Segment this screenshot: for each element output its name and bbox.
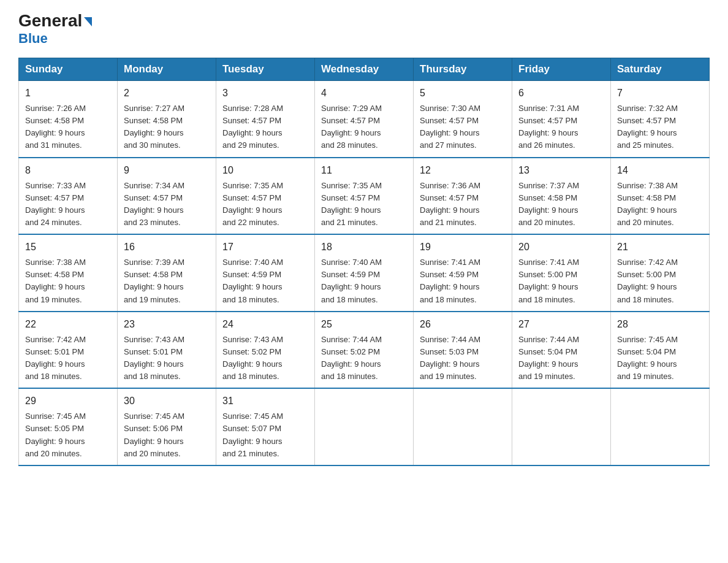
day-number: 14 bbox=[617, 163, 703, 178]
calendar-day-cell: 6Sunrise: 7:31 AMSunset: 4:57 PMDaylight… bbox=[512, 81, 611, 158]
day-number: 8 bbox=[25, 163, 111, 178]
day-info: Sunrise: 7:27 AMSunset: 4:58 PMDaylight:… bbox=[124, 102, 210, 152]
day-number: 30 bbox=[124, 394, 210, 408]
calendar-day-cell: 3Sunrise: 7:28 AMSunset: 4:57 PMDaylight… bbox=[216, 81, 315, 158]
day-info: Sunrise: 7:38 AMSunset: 4:58 PMDaylight:… bbox=[617, 180, 703, 229]
day-number: 6 bbox=[518, 86, 604, 101]
day-of-week-header: Friday bbox=[512, 58, 611, 81]
calendar-day-cell: 28Sunrise: 7:45 AMSunset: 5:04 PMDayligh… bbox=[611, 312, 710, 389]
calendar-day-cell: 26Sunrise: 7:44 AMSunset: 5:03 PMDayligh… bbox=[414, 312, 512, 389]
day-number: 5 bbox=[420, 86, 506, 101]
day-number: 1 bbox=[25, 86, 111, 101]
day-info: Sunrise: 7:40 AMSunset: 4:59 PMDaylight:… bbox=[222, 256, 308, 306]
calendar-week-row: 1Sunrise: 7:26 AMSunset: 4:58 PMDaylight… bbox=[19, 81, 710, 158]
day-number: 4 bbox=[321, 86, 407, 101]
calendar-week-row: 22Sunrise: 7:42 AMSunset: 5:01 PMDayligh… bbox=[19, 312, 710, 389]
logo: General Blue bbox=[18, 12, 92, 47]
calendar-day-cell: 2Sunrise: 7:27 AMSunset: 4:58 PMDaylight… bbox=[118, 81, 216, 158]
day-number: 19 bbox=[420, 240, 506, 255]
day-of-week-header: Saturday bbox=[611, 58, 710, 81]
day-info: Sunrise: 7:44 AMSunset: 5:04 PMDaylight:… bbox=[518, 334, 604, 383]
calendar-day-cell: 16Sunrise: 7:39 AMSunset: 4:58 PMDayligh… bbox=[118, 234, 216, 312]
calendar-day-cell: 10Sunrise: 7:35 AMSunset: 4:57 PMDayligh… bbox=[216, 158, 315, 235]
calendar-day-cell: 25Sunrise: 7:44 AMSunset: 5:02 PMDayligh… bbox=[315, 312, 414, 389]
calendar-day-cell: 14Sunrise: 7:38 AMSunset: 4:58 PMDayligh… bbox=[611, 158, 710, 235]
day-info: Sunrise: 7:38 AMSunset: 4:58 PMDaylight:… bbox=[25, 256, 111, 306]
calendar-day-cell: 13Sunrise: 7:37 AMSunset: 4:58 PMDayligh… bbox=[512, 158, 611, 235]
calendar-day-cell: 20Sunrise: 7:41 AMSunset: 5:00 PMDayligh… bbox=[512, 234, 611, 312]
day-info: Sunrise: 7:35 AMSunset: 4:57 PMDaylight:… bbox=[222, 180, 308, 229]
day-info: Sunrise: 7:44 AMSunset: 5:02 PMDaylight:… bbox=[321, 334, 407, 383]
day-info: Sunrise: 7:31 AMSunset: 4:57 PMDaylight:… bbox=[518, 102, 604, 152]
calendar-day-cell: 11Sunrise: 7:35 AMSunset: 4:57 PMDayligh… bbox=[315, 158, 414, 235]
day-number: 23 bbox=[124, 317, 210, 332]
day-number: 20 bbox=[518, 240, 604, 255]
day-number: 15 bbox=[25, 240, 111, 255]
day-number: 13 bbox=[518, 163, 604, 178]
calendar-day-cell: 5Sunrise: 7:30 AMSunset: 4:57 PMDaylight… bbox=[414, 81, 512, 158]
day-info: Sunrise: 7:45 AMSunset: 5:04 PMDaylight:… bbox=[617, 334, 703, 383]
day-number: 26 bbox=[420, 317, 506, 332]
day-number: 18 bbox=[321, 240, 407, 255]
calendar-day-cell bbox=[315, 388, 414, 465]
day-info: Sunrise: 7:41 AMSunset: 4:59 PMDaylight:… bbox=[420, 256, 506, 306]
calendar-week-row: 15Sunrise: 7:38 AMSunset: 4:58 PMDayligh… bbox=[19, 234, 710, 312]
day-info: Sunrise: 7:33 AMSunset: 4:57 PMDaylight:… bbox=[25, 180, 111, 229]
calendar-day-cell: 21Sunrise: 7:42 AMSunset: 5:00 PMDayligh… bbox=[611, 234, 710, 312]
calendar-day-cell: 8Sunrise: 7:33 AMSunset: 4:57 PMDaylight… bbox=[19, 158, 118, 235]
day-info: Sunrise: 7:28 AMSunset: 4:57 PMDaylight:… bbox=[222, 102, 308, 152]
day-of-week-header: Thursday bbox=[414, 58, 512, 81]
calendar-day-cell: 17Sunrise: 7:40 AMSunset: 4:59 PMDayligh… bbox=[216, 234, 315, 312]
calendar-day-cell: 27Sunrise: 7:44 AMSunset: 5:04 PMDayligh… bbox=[512, 312, 611, 389]
page-header: General Blue bbox=[18, 12, 710, 47]
day-number: 12 bbox=[420, 163, 506, 178]
calendar-day-cell: 1Sunrise: 7:26 AMSunset: 4:58 PMDaylight… bbox=[19, 81, 118, 158]
calendar-table: SundayMondayTuesdayWednesdayThursdayFrid… bbox=[18, 58, 710, 466]
logo-general: General bbox=[18, 12, 92, 29]
day-number: 27 bbox=[518, 317, 604, 332]
day-number: 28 bbox=[617, 317, 703, 332]
day-number: 7 bbox=[617, 86, 703, 101]
day-number: 22 bbox=[25, 317, 111, 332]
day-info: Sunrise: 7:34 AMSunset: 4:57 PMDaylight:… bbox=[124, 180, 210, 229]
day-of-week-header: Tuesday bbox=[216, 58, 315, 81]
day-number: 16 bbox=[124, 240, 210, 255]
day-number: 2 bbox=[124, 86, 210, 101]
day-info: Sunrise: 7:30 AMSunset: 4:57 PMDaylight:… bbox=[420, 102, 506, 152]
day-info: Sunrise: 7:42 AMSunset: 5:01 PMDaylight:… bbox=[25, 334, 111, 383]
calendar-week-row: 29Sunrise: 7:45 AMSunset: 5:05 PMDayligh… bbox=[19, 388, 710, 465]
day-info: Sunrise: 7:39 AMSunset: 4:58 PMDaylight:… bbox=[124, 256, 210, 306]
logo-blue-text: Blue bbox=[18, 31, 48, 47]
calendar-day-cell: 31Sunrise: 7:45 AMSunset: 5:07 PMDayligh… bbox=[216, 388, 315, 465]
day-info: Sunrise: 7:36 AMSunset: 4:57 PMDaylight:… bbox=[420, 180, 506, 229]
calendar-day-cell: 30Sunrise: 7:45 AMSunset: 5:06 PMDayligh… bbox=[118, 388, 216, 465]
day-number: 21 bbox=[617, 240, 703, 255]
calendar-day-cell bbox=[414, 388, 512, 465]
calendar-day-cell bbox=[512, 388, 611, 465]
day-info: Sunrise: 7:32 AMSunset: 4:57 PMDaylight:… bbox=[617, 102, 703, 152]
day-number: 31 bbox=[222, 394, 308, 408]
calendar-week-row: 8Sunrise: 7:33 AMSunset: 4:57 PMDaylight… bbox=[19, 158, 710, 235]
calendar-day-cell: 15Sunrise: 7:38 AMSunset: 4:58 PMDayligh… bbox=[19, 234, 118, 312]
calendar-day-cell: 9Sunrise: 7:34 AMSunset: 4:57 PMDaylight… bbox=[118, 158, 216, 235]
day-number: 3 bbox=[222, 86, 308, 101]
day-info: Sunrise: 7:43 AMSunset: 5:02 PMDaylight:… bbox=[222, 334, 308, 383]
calendar-day-cell: 18Sunrise: 7:40 AMSunset: 4:59 PMDayligh… bbox=[315, 234, 414, 312]
calendar-day-cell bbox=[611, 388, 710, 465]
calendar-day-cell: 19Sunrise: 7:41 AMSunset: 4:59 PMDayligh… bbox=[414, 234, 512, 312]
calendar-day-cell: 23Sunrise: 7:43 AMSunset: 5:01 PMDayligh… bbox=[118, 312, 216, 389]
day-number: 17 bbox=[222, 240, 308, 255]
day-info: Sunrise: 7:45 AMSunset: 5:07 PMDaylight:… bbox=[222, 410, 308, 460]
day-info: Sunrise: 7:42 AMSunset: 5:00 PMDaylight:… bbox=[617, 256, 703, 306]
calendar-day-cell: 22Sunrise: 7:42 AMSunset: 5:01 PMDayligh… bbox=[19, 312, 118, 389]
day-info: Sunrise: 7:43 AMSunset: 5:01 PMDaylight:… bbox=[124, 334, 210, 383]
day-number: 10 bbox=[222, 163, 308, 178]
day-number: 9 bbox=[124, 163, 210, 178]
day-number: 11 bbox=[321, 163, 407, 178]
day-of-week-header: Monday bbox=[118, 58, 216, 81]
day-of-week-header: Sunday bbox=[19, 58, 118, 81]
day-info: Sunrise: 7:44 AMSunset: 5:03 PMDaylight:… bbox=[420, 334, 506, 383]
day-info: Sunrise: 7:45 AMSunset: 5:06 PMDaylight:… bbox=[124, 410, 210, 460]
day-of-week-header: Wednesday bbox=[315, 58, 414, 81]
day-info: Sunrise: 7:40 AMSunset: 4:59 PMDaylight:… bbox=[321, 256, 407, 306]
